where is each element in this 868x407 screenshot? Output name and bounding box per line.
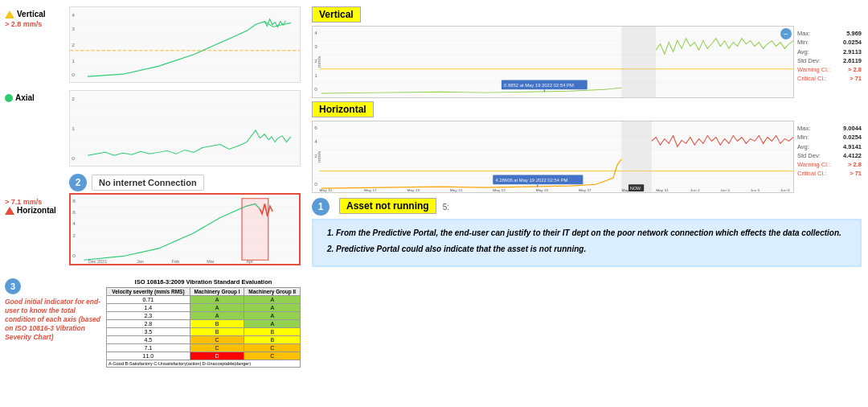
iso-g2: A (244, 312, 301, 320)
svg-text:1: 1 (72, 58, 75, 64)
h-stat-warning-value: > 2.8 (848, 160, 862, 169)
svg-text:Jun 4: Jun 4 (720, 188, 730, 192)
svg-text:0: 0 (314, 86, 317, 92)
h-stat-critical-label: Critical Cl.: (797, 169, 826, 178)
right-vertical-chart: mm/s − 4 3 2 1 0 (312, 26, 794, 98)
iso-table-container: ISO 10816-3:2009 Vibration Standard Eval… (106, 278, 301, 368)
svg-text:4: 4 (314, 30, 317, 35)
axial-text: Axial (15, 93, 35, 102)
iso-g1: D (190, 352, 244, 360)
vertical-label-col: Vertical > 2.8 mm/s (5, 6, 69, 28)
right-horizontal-stats: Max:9.0044 Min:0.0254 Avg:4.9141 Std Dev… (797, 121, 862, 193)
svg-text:Jan: Jan (137, 259, 144, 264)
svg-text:May 15: May 15 (320, 188, 333, 192)
svg-text:Apr: Apr (246, 259, 253, 264)
asset-circle-badge: 1 (312, 198, 330, 216)
table-row: 4.5 C B (107, 336, 301, 344)
svg-text:Jun 2: Jun 2 (690, 188, 700, 192)
bottom-right: 1 Asset not running 5: From the Predicti… (312, 198, 862, 267)
right-horizontal-chart: mm/s 6 4 2 0 (312, 121, 794, 193)
svg-text:0: 0 (72, 156, 75, 162)
right-vertical-stats: Max:5.969 Min:0.0254 Avg:2.9113 Std Dev:… (797, 26, 862, 98)
left-panel: Vertical > 2.8 mm/s 4 3 2 1 0 (0, 0, 305, 407)
svg-text:Jun 8: Jun 8 (780, 188, 790, 192)
asset-label: Asset not running (339, 198, 436, 214)
svg-text:4: 4 (72, 12, 75, 18)
svg-text:0: 0 (72, 253, 76, 259)
svg-text:NOW: NOW (630, 186, 641, 191)
svg-text:Dec 2021: Dec 2021 (88, 259, 108, 264)
vertical-chart: 4 3 2 1 0 (69, 6, 301, 83)
svg-text:1: 1 (314, 72, 317, 78)
svg-text:4.28606 at May 19 2022 02:54 P: 4.28606 at May 19 2022 02:54 PM (495, 179, 567, 183)
svg-rect-44 (621, 27, 656, 97)
svg-text:Feb: Feb (172, 259, 180, 264)
iso-col-g2: Machinery Group II (244, 288, 301, 296)
stat-min-value: 0.0254 (843, 38, 862, 47)
right-vertical-svg: 4 3 2 1 0 0.9852 at May 19 2022 02:54 PM (313, 27, 793, 97)
h-stat-std-label: Std Dev: (797, 151, 821, 160)
stat-critical-value: > 71 (850, 74, 862, 83)
svg-text:2: 2 (72, 96, 75, 101)
info-item-1: From the Predictive Portal, the end-user… (336, 227, 850, 240)
stat-std-label: Std Dev: (797, 56, 821, 65)
h-stat-std-value: 4.4122 (843, 151, 862, 160)
no-internet-row: 2 No internet Connection (69, 174, 301, 191)
svg-text:May 27: May 27 (579, 188, 592, 192)
svg-text:4: 4 (314, 139, 317, 145)
axial-section: Axial 2 1 0 (5, 90, 301, 171)
dot-green-icon (5, 94, 13, 102)
h-stat-warning-label: Warning Cl.: (797, 160, 830, 169)
stat-avg-label: Avg: (797, 47, 809, 56)
svg-text:0: 0 (72, 72, 75, 78)
horizontal-label-col: > 7.1 mm/s Horizontal (5, 193, 69, 215)
table-row: 2.8 B A (107, 320, 301, 328)
right-vertical-chart-row: mm/s − 4 3 2 1 0 (312, 26, 862, 98)
no-internet-label: No internet Connection (92, 175, 204, 191)
vertical-text: Vertical (17, 10, 46, 18)
svg-text:2: 2 (72, 42, 75, 47)
iso-g2: B (244, 336, 301, 344)
svg-text:Mar: Mar (207, 259, 215, 264)
iso-g2: A (244, 304, 301, 312)
svg-text:May 19: May 19 (407, 188, 420, 192)
iso-g1: A (190, 304, 244, 312)
stat-warning-value: > 2.8 (848, 65, 862, 74)
svg-text:3: 3 (314, 44, 317, 50)
horizontal-chart-svg: 8 6 4 2 0 Dec 2021 Jan Feb Mar Apr (71, 195, 299, 264)
stat-critical-label: Critical Cl.: (797, 74, 826, 83)
iso-annotation: 3 Good initial indicator for end-user to… (5, 278, 101, 342)
table-row: 7.1 C C (107, 344, 301, 352)
svg-text:Jun 6: Jun 6 (751, 188, 760, 192)
info-list: From the Predictive Portal, the end-user… (336, 227, 850, 256)
iso-title: ISO 10816-3:2009 Vibration Standard Eval… (106, 278, 301, 286)
axial-label: Axial (5, 93, 69, 102)
iso-col-g1: Machinery Group I (190, 288, 244, 296)
svg-text:May 31: May 31 (656, 188, 669, 192)
svg-text:8: 8 (72, 198, 76, 204)
table-row: 3.5 B B (107, 328, 301, 336)
iso-velocity: 7.1 (107, 344, 190, 352)
stat-avg-value: 2.9113 (843, 47, 862, 56)
minus-button-vertical[interactable]: − (780, 28, 792, 39)
axial-label-col: Axial (5, 90, 69, 102)
svg-text:May 23: May 23 (493, 188, 506, 192)
annotation-text: Good initial indicator for end-user to k… (5, 298, 101, 342)
svg-text:2: 2 (72, 232, 76, 238)
stat-max-label: Max: (797, 29, 810, 38)
iso-g2: B (244, 328, 301, 336)
info-item-2: Predictive Portal could also indicate th… (336, 243, 850, 256)
annotation-number: 3 (5, 278, 21, 294)
iso-velocity: 3.5 (107, 328, 190, 336)
right-vertical-section: Vertical mm/s − 4 3 2 1 (312, 6, 862, 98)
right-horizontal-svg: 6 4 2 0 4.28606 at May 19 2022 02:54 PM (313, 121, 793, 192)
iso-velocity: 0.71 (107, 296, 190, 304)
iso-g2: A (244, 296, 301, 304)
iso-g1: A (190, 296, 244, 304)
asset-sublabel: 5: (443, 203, 449, 212)
h-stat-max-label: Max: (797, 124, 810, 133)
stat-min-label: Min: (797, 38, 809, 47)
triangle-yellow-icon (5, 10, 14, 18)
table-row: 11.0 D C (107, 352, 301, 360)
svg-text:6: 6 (314, 125, 317, 130)
